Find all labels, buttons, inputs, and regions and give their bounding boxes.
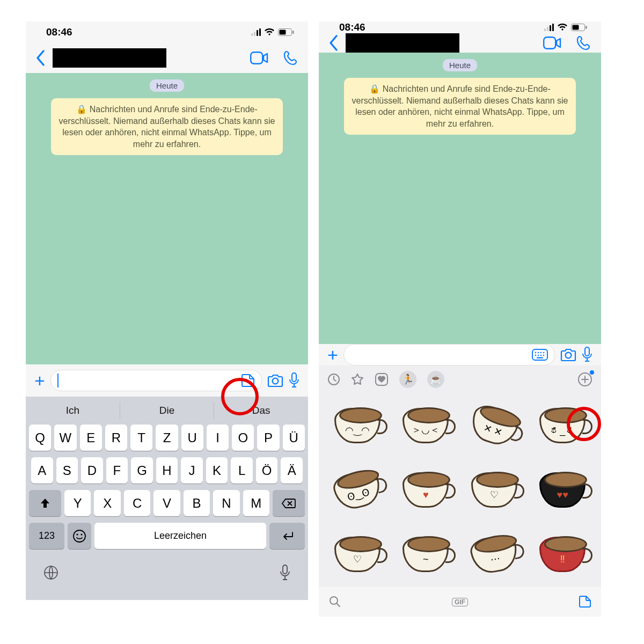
key[interactable]: O	[232, 425, 254, 451]
keyboard-toggle-button[interactable]	[532, 349, 548, 361]
sticker-item[interactable]: ◠‿◠	[326, 397, 389, 455]
sticker-item[interactable]: ✕ ✕	[463, 397, 525, 455]
key[interactable]: U	[181, 425, 203, 451]
add-stickers-button[interactable]	[577, 372, 592, 387]
sticker-item[interactable]: ‼	[532, 525, 594, 583]
video-call-button[interactable]	[250, 52, 268, 64]
svg-point-16	[535, 352, 537, 354]
sticker-search-button[interactable]	[328, 595, 341, 608]
camera-button[interactable]	[560, 348, 576, 362]
key[interactable]: I	[207, 425, 229, 451]
svg-rect-10	[283, 565, 287, 574]
contact-name-redacted[interactable]	[346, 33, 459, 53]
shift-key[interactable]	[29, 490, 61, 516]
suggestion-3[interactable]: Das	[214, 402, 308, 419]
dictation-key[interactable]	[279, 564, 291, 581]
key[interactable]: T	[130, 425, 152, 451]
message-input[interactable]	[343, 344, 555, 365]
sticker-item[interactable]: ♡	[326, 525, 389, 583]
key[interactable]: D	[81, 457, 103, 484]
gif-tab[interactable]: GIF	[341, 597, 579, 606]
battery-icon	[571, 24, 587, 31]
svg-point-25	[566, 353, 572, 358]
key[interactable]: S	[56, 457, 78, 484]
mic-button[interactable]	[289, 372, 299, 389]
contact-name-redacted[interactable]	[53, 48, 166, 68]
svg-point-22	[540, 355, 542, 356]
return-key[interactable]	[269, 523, 305, 549]
camera-button[interactable]	[267, 374, 283, 387]
key[interactable]: M	[243, 490, 269, 516]
sticker-pack-2-active[interactable]: ☕	[427, 371, 444, 388]
key[interactable]: F	[106, 457, 128, 484]
message-input[interactable]	[50, 370, 262, 391]
chat-area: Heute 🔒 Nachrichten und Anrufe sind Ende…	[26, 73, 308, 364]
status-bar: 08:46	[319, 21, 601, 33]
sticker-item[interactable]: ಥ_ಥ	[532, 397, 594, 455]
key[interactable]: N	[213, 490, 239, 516]
sticker-item[interactable]: ~	[395, 525, 457, 583]
key[interactable]: L	[231, 457, 253, 484]
key[interactable]: W	[54, 425, 76, 451]
key[interactable]: Ä	[281, 457, 303, 484]
sticker-toggle-button[interactable]	[241, 374, 255, 387]
sticker-footer: GIF	[319, 587, 601, 617]
heart-tab[interactable]	[375, 372, 389, 386]
key[interactable]: Q	[29, 425, 51, 451]
sticker-item[interactable]: ＞◡＜	[395, 397, 457, 455]
sticker-item[interactable]: ♡	[463, 461, 525, 519]
date-pill: Heute	[443, 59, 477, 71]
keyboard: Ich Die Das Q W E R T Z U I O P Ü A S D …	[26, 397, 308, 600]
backspace-key[interactable]	[273, 490, 305, 516]
key[interactable]: Y	[64, 490, 91, 516]
sticker-panel: 🏃 ☕ ◠‿◠ ＞◡＜ ✕ ✕ ಥ_ಥ ʘ‿ʘ ♥ ♡ ♥♥ ♡ ~ ⋯ ‼	[319, 365, 601, 617]
key[interactable]: Z	[156, 425, 178, 451]
key[interactable]: P	[257, 425, 279, 451]
key[interactable]: C	[124, 490, 150, 516]
globe-key[interactable]	[43, 565, 59, 581]
suggestion-2[interactable]: Die	[120, 402, 214, 419]
key-row-2: A S D F G H J K L Ö Ä	[26, 457, 308, 484]
back-button[interactable]	[328, 35, 338, 51]
key[interactable]: K	[206, 457, 228, 484]
key[interactable]: J	[181, 457, 203, 484]
key[interactable]: E	[80, 425, 102, 451]
keyboard-footer	[26, 555, 308, 590]
key-row-3: Y X C V B N M	[26, 490, 308, 516]
encryption-notice[interactable]: 🔒 Nachrichten und Anrufe sind Ende-zu-En…	[51, 98, 283, 155]
numbers-key[interactable]: 123	[29, 523, 64, 549]
chat-area: Heute 🔒 Nachrichten und Anrufe sind Ende…	[319, 53, 601, 344]
key[interactable]: H	[156, 457, 178, 484]
sticker-pack-1[interactable]: 🏃	[399, 371, 416, 388]
voice-call-button[interactable]	[576, 35, 591, 50]
sticker-item[interactable]: ♥	[395, 461, 457, 519]
svg-rect-12	[573, 25, 579, 30]
svg-point-7	[76, 533, 78, 535]
encryption-notice[interactable]: 🔒 Nachrichten und Anrufe sind Ende-zu-En…	[344, 78, 576, 135]
key[interactable]: B	[184, 490, 210, 516]
svg-point-17	[538, 352, 539, 354]
key[interactable]: G	[131, 457, 153, 484]
key[interactable]: R	[105, 425, 127, 451]
sticker-item[interactable]: ♥♥	[532, 461, 594, 519]
sticker-item[interactable]: ʘ‿ʘ	[326, 461, 389, 519]
sticker-mode-tab-active[interactable]	[579, 595, 591, 608]
key[interactable]: Ö	[256, 457, 278, 484]
attach-button[interactable]: +	[34, 370, 45, 391]
suggestion-1[interactable]: Ich	[26, 397, 120, 425]
key[interactable]: A	[31, 457, 53, 484]
video-call-button[interactable]	[543, 36, 561, 49]
key[interactable]: Ü	[283, 425, 305, 451]
back-button[interactable]	[35, 50, 45, 66]
key[interactable]: V	[153, 490, 180, 516]
mic-button[interactable]	[582, 347, 592, 363]
sticker-grid: ◠‿◠ ＞◡＜ ✕ ✕ ಥ_ಥ ʘ‿ʘ ♥ ♡ ♥♥ ♡ ~ ⋯ ‼	[319, 393, 601, 587]
sticker-item[interactable]: ⋯	[463, 525, 525, 583]
attach-button[interactable]: +	[327, 345, 338, 365]
key[interactable]: X	[94, 490, 120, 516]
space-key[interactable]: Leerzeichen	[94, 523, 266, 549]
emoji-key[interactable]	[68, 523, 91, 549]
recent-tab[interactable]	[327, 373, 340, 386]
favorites-tab[interactable]	[351, 373, 364, 386]
voice-call-button[interactable]	[283, 50, 298, 65]
